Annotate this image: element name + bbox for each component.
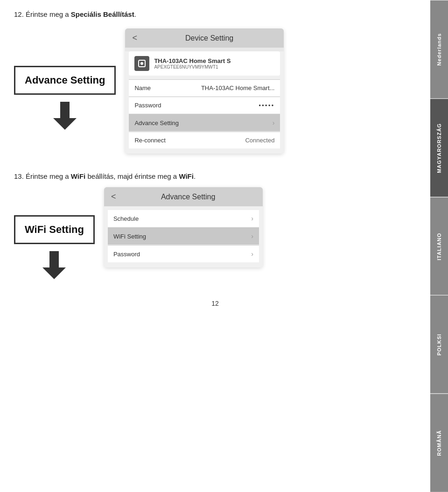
row-schedule-chevron: › xyxy=(251,215,253,222)
step13-bold2: WiFi xyxy=(179,172,194,180)
row-name-value: THA-103AC Home Smart... xyxy=(201,84,275,91)
screen-title-13: Advance Setting xyxy=(120,193,255,201)
row-wifi-setting-13[interactable]: WiFi Setting › xyxy=(108,228,259,245)
row-advance-setting-12[interactable]: Advance Setting › xyxy=(129,114,280,131)
row-schedule-13[interactable]: Schedule › xyxy=(108,210,259,227)
row-password-13-label: Password xyxy=(113,251,140,258)
screen-title-12: Device Setting xyxy=(142,34,277,42)
row-schedule-label: Schedule xyxy=(113,215,139,222)
row-advance-label: Advance Setting xyxy=(134,119,179,127)
row-name-label: Name xyxy=(134,84,151,91)
page-number: 12 xyxy=(14,300,416,307)
screen-body-12: THA-103AC Home Smart S APEXGTEE6NUYVM9YM… xyxy=(125,51,284,154)
wifi-setting-callout-13: WiFi Setting xyxy=(14,215,95,244)
svg-point-2 xyxy=(140,62,143,65)
phone-screen-13: < Advance Setting Schedule › WiFi Settin… xyxy=(104,187,263,267)
step12-bold: Speciális Beállítást xyxy=(71,10,134,18)
step13-number: 13. xyxy=(14,172,24,180)
device-icon-12 xyxy=(134,56,149,71)
row-password-13-chevron: › xyxy=(251,250,253,258)
row-advance-chevron: › xyxy=(273,119,275,127)
screen-header-13: < Advance Setting xyxy=(104,187,263,206)
tab-italiano[interactable]: ITALIANO xyxy=(430,197,448,295)
step13-text-after: . xyxy=(194,172,196,180)
step12-heading: 12. Érintse meg a Speciális Beállítást. xyxy=(14,9,416,19)
row-password-value: ●●●●● xyxy=(259,103,274,107)
step12-text-after: . xyxy=(134,10,136,18)
row-wifi-chevron: › xyxy=(251,232,253,240)
tab-magyarorszagi[interactable]: MAGYARORSZÁG xyxy=(430,98,448,197)
row-password-label: Password xyxy=(134,102,161,109)
phone-screen-12: < Device Setting THA-103AC Home Smart S xyxy=(125,28,284,154)
svg-marker-4 xyxy=(42,251,66,279)
svg-rect-3 xyxy=(141,61,143,62)
row-wifi-label: WiFi Setting xyxy=(113,233,146,240)
device-item-12: THA-103AC Home Smart S APEXGTEE6NUYVM9YM… xyxy=(129,51,280,76)
step12-text-before: Érintse meg a xyxy=(26,10,71,18)
step13-bold1: WiFi xyxy=(71,172,86,180)
callout-wrapper-13: WiFi Setting xyxy=(14,215,95,286)
arrow-13 xyxy=(35,246,73,286)
advance-setting-callout-12: Advance Setting xyxy=(14,66,116,95)
row-reconnect-12: Re-connect Connected xyxy=(129,132,280,148)
row-password-13[interactable]: Password › xyxy=(108,246,259,262)
sidebar-tabs: Nederlands MAGYARORSZÁG ITALIANO POLKSI … xyxy=(430,0,448,492)
arrow-12 xyxy=(46,97,84,136)
row-reconnect-label: Re-connect xyxy=(134,137,165,144)
device-name-12: THA-103AC Home Smart S xyxy=(154,57,274,64)
row-name-12: Name THA-103AC Home Smart... xyxy=(129,80,280,96)
step13-heading: 13. Érintse meg a WiFi beállítás, majd é… xyxy=(14,172,416,180)
section-12: Advance Setting < Device Setting xyxy=(14,28,416,154)
callout-wrapper-12: Advance Setting xyxy=(14,66,116,136)
row-reconnect-value: Connected xyxy=(245,137,274,144)
screen-bottom-12 xyxy=(125,149,284,154)
screen-bottom-13 xyxy=(104,263,263,267)
section-13: WiFi Setting < Advance Setting Schedule … xyxy=(14,187,416,286)
device-id-12: APEXGTEE6NUYVM9YMWT1 xyxy=(154,64,274,70)
screen-body-13: Schedule › WiFi Setting › Password › xyxy=(104,206,263,267)
svg-marker-0 xyxy=(53,102,77,130)
back-button-13[interactable]: < xyxy=(111,192,116,202)
screen-top-13 xyxy=(104,206,263,210)
step13-text-before: Érintse meg a xyxy=(26,172,71,180)
device-info-12: THA-103AC Home Smart S APEXGTEE6NUYVM9YM… xyxy=(154,57,274,70)
step12-number: 12. xyxy=(14,10,24,18)
main-content: 12. Érintse meg a Speciális Beállítást. … xyxy=(0,0,430,326)
tab-romana[interactable]: ROMÂNĂ xyxy=(430,394,448,492)
step13-text-mid: beállítás, majd érintse meg a xyxy=(85,172,179,180)
tab-nederlands[interactable]: Nederlands xyxy=(430,0,448,98)
tab-polksi[interactable]: POLKSI xyxy=(430,295,448,394)
screen-header-12: < Device Setting xyxy=(125,28,284,48)
row-password-12: Password ●●●●● xyxy=(129,97,280,113)
back-button-12[interactable]: < xyxy=(132,33,137,43)
